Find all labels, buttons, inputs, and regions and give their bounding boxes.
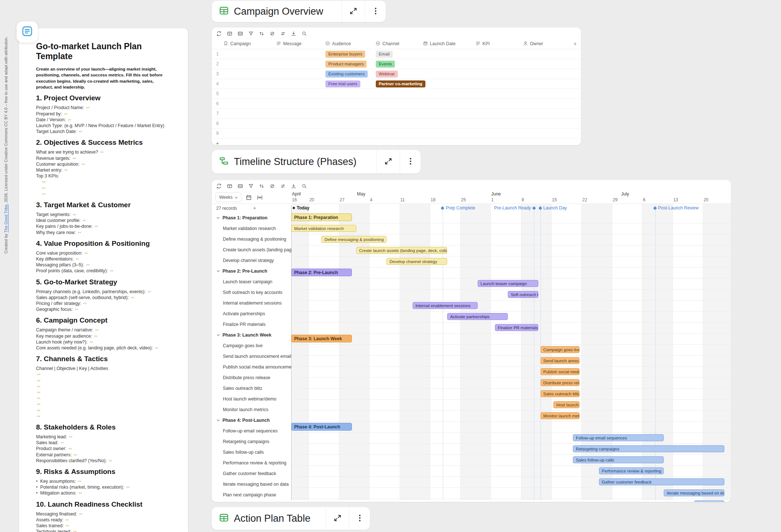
gantt-bar[interactable]: Develop channel strategy	[386, 258, 447, 265]
audience-chip[interactable]: Free trial users	[325, 80, 360, 88]
collapse-chevron-icon[interactable]	[217, 419, 220, 421]
gantt-phase-row[interactable]: Phase 1: Preparation	[212, 212, 291, 223]
collapse-chevron-icon[interactable]	[217, 270, 220, 272]
gantt-bar[interactable]: Plan next campaign phase	[694, 500, 724, 502]
gantt-bar[interactable]: Host launch webinar/demo	[553, 401, 579, 408]
gantt-bar[interactable]: Distribute press release	[541, 379, 579, 386]
add-record-button[interactable]: +	[253, 205, 256, 211]
gantt-task-row[interactable]: Define messaging & positioning	[212, 234, 291, 244]
gantt-bar[interactable]: Performance review & reporting	[599, 467, 664, 474]
gantt-task-row[interactable]: Sales outreach blitz	[212, 383, 291, 393]
table-row[interactable]: 5	[212, 89, 581, 99]
gantt-phase-row[interactable]: Phase 2: Pre-Launch	[212, 266, 291, 276]
hide-fields-icon[interactable]	[270, 31, 275, 36]
gantt-task-row[interactable]: Iterate messaging based on data	[212, 479, 291, 489]
menu-button[interactable]	[365, 1, 386, 22]
menu-button[interactable]	[400, 150, 421, 173]
gantt-task-row[interactable]: Finalize PR materials	[212, 319, 291, 330]
collapse-chevron-icon[interactable]	[217, 217, 220, 219]
gantt-bar[interactable]: Campaign goes live	[541, 346, 579, 353]
gantt-bar[interactable]: Retargeting campaigns	[573, 445, 724, 452]
expand-button[interactable]	[342, 1, 365, 22]
table-icon[interactable]	[227, 31, 232, 36]
gantt-bar[interactable]: Launch teaser campaign	[478, 280, 538, 287]
table-row[interactable]: 8	[212, 119, 581, 129]
channel-cell[interactable]: Webinar	[376, 70, 423, 78]
table-row[interactable]: 3Existing customersWebinar	[212, 69, 581, 79]
gantt-task-row[interactable]: Monitor launch metrics	[212, 404, 291, 415]
table-row[interactable]: 9	[212, 129, 581, 139]
gantt-bar[interactable]: Activate partnerships	[447, 313, 508, 320]
gantt-bar[interactable]: Finalize PR materials	[495, 324, 538, 331]
audience-chip[interactable]: Product managers	[325, 61, 367, 68]
download-icon[interactable]	[291, 184, 296, 188]
column-header-kpi[interactable]: KPI	[476, 41, 523, 47]
audience-chip[interactable]: Existing customers	[325, 71, 368, 78]
column-header-campaign[interactable]: Campaign	[224, 41, 277, 47]
table-row[interactable]: 6	[212, 99, 581, 109]
table-row[interactable]: 1Enterprise buyersEmail	[212, 49, 581, 59]
table-row[interactable]: 4Free trial usersPartner co-marketing	[212, 79, 581, 89]
table-icon[interactable]	[227, 184, 232, 188]
column-header-owner[interactable]: Owner	[523, 41, 574, 47]
column-header-message[interactable]: Message	[277, 41, 325, 47]
gantt-phase-bar[interactable]: Phase 2: Pre-Launch	[291, 269, 352, 276]
gantt-phase-row[interactable]: Phase 4: Post-Launch	[212, 415, 291, 425]
column-header-audience[interactable]: Audience	[325, 41, 376, 47]
sort-icon[interactable]	[259, 31, 264, 36]
milestone[interactable]: Post-Launch Review	[654, 205, 699, 211]
channel-chip[interactable]: Partner co-marketing	[376, 80, 425, 88]
gantt-bar[interactable]: Define messaging & positioning	[321, 236, 386, 243]
gantt-bar[interactable]: Market validation research	[291, 225, 356, 232]
gantt-phase-bar[interactable]: Phase 1: Preparation	[291, 213, 352, 221]
attribution-link[interactable]: The Good Tribe	[4, 205, 8, 233]
milestone[interactable]: Launch Day	[539, 205, 567, 211]
gantt-phase-row[interactable]: Phase 3: Launch Week	[212, 330, 291, 340]
zoom-select[interactable]: Weeks	[215, 193, 242, 202]
channel-chip[interactable]: Email	[376, 51, 393, 58]
swap-icon[interactable]	[281, 184, 285, 188]
gantt-phase-bar[interactable]: Phase 3: Launch Week	[291, 335, 352, 342]
gantt-bar[interactable]: Create launch assets (landing page, deck…	[356, 247, 447, 254]
calendar-icon[interactable]	[245, 193, 253, 201]
audience-cell[interactable]: Existing customers	[325, 70, 376, 78]
gantt-bar[interactable]: Gather customer feedback	[599, 478, 725, 485]
gantt-task-row[interactable]: Launch teaser campaign	[212, 276, 291, 287]
gantt-task-row[interactable]: Internal enablement sessions	[212, 298, 291, 308]
menu-button[interactable]	[349, 507, 370, 530]
rows-icon[interactable]	[238, 31, 243, 36]
gantt-task-row[interactable]: Follow-up email sequences	[212, 425, 291, 436]
gantt-bar[interactable]: Iterate messaging based on data	[664, 489, 724, 496]
audience-cell[interactable]: Product managers	[325, 60, 376, 68]
channel-cell[interactable]: Partner co-marketing	[376, 80, 423, 88]
column-header-channel[interactable]: Channel	[376, 41, 423, 47]
gantt-bar[interactable]: Soft outreach to key accounts	[508, 291, 538, 298]
audience-chip[interactable]: Enterprise buyers	[325, 51, 365, 58]
gantt-task-row[interactable]: Publish social media announcements	[212, 362, 291, 372]
channel-chip[interactable]: Webinar	[376, 71, 398, 78]
swap-icon[interactable]	[281, 31, 285, 36]
rows-icon[interactable]	[238, 184, 243, 188]
hide-fields-icon[interactable]	[270, 184, 275, 188]
gantt-bar[interactable]: Internal enablement sessions	[413, 302, 478, 309]
column-header-launch-date[interactable]: Launch Date	[423, 41, 476, 47]
gantt-task-row[interactable]: Activate partnerships	[212, 308, 291, 319]
add-column-button[interactable]: +	[574, 41, 581, 47]
gantt-bar[interactable]: Follow-up email sequences	[573, 434, 664, 441]
search-icon[interactable]	[302, 184, 307, 188]
table-row[interactable]: 7	[212, 109, 581, 119]
document-icon-card[interactable]	[17, 21, 38, 43]
gantt-task-row[interactable]: Develop channel strategy	[212, 255, 291, 266]
collapse-chevron-icon[interactable]	[217, 334, 220, 336]
channel-cell[interactable]: Events	[376, 60, 423, 68]
gantt-task-row[interactable]: Retargeting campaigns	[212, 436, 291, 447]
gantt-task-row[interactable]: Market validation research	[212, 223, 291, 234]
milestone[interactable]: Prep Complete	[441, 205, 475, 211]
gantt-task-row[interactable]: Plan next campaign phase	[212, 489, 291, 500]
download-icon[interactable]	[291, 31, 296, 36]
milestone[interactable]: Pre-Launch Ready	[494, 205, 535, 211]
gantt-task-row[interactable]: Soft outreach to key accounts	[212, 287, 291, 298]
gantt-task-row[interactable]: Send launch announcement emails	[212, 351, 291, 362]
sort-icon[interactable]	[259, 184, 264, 188]
audience-cell[interactable]: Enterprise buyers	[325, 50, 376, 58]
